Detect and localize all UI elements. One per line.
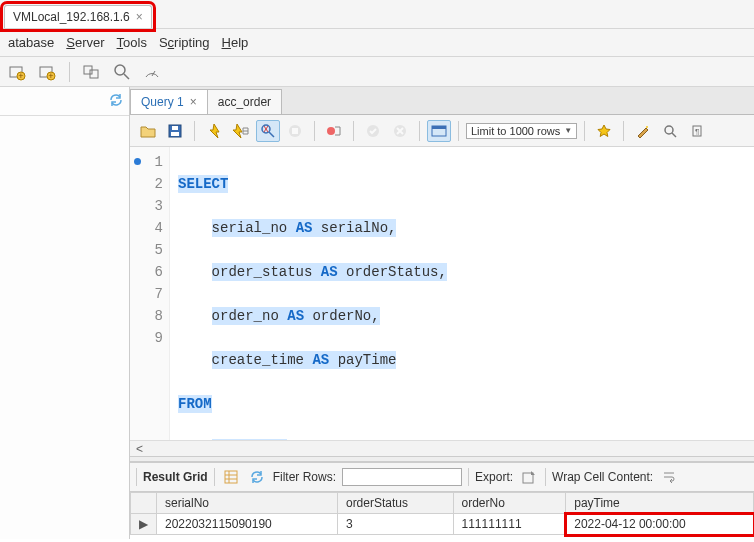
svg-point-19 [327, 127, 335, 135]
tab-query1[interactable]: Query 1 × [130, 89, 208, 114]
commit-icon[interactable] [361, 120, 385, 142]
export-label: Export: [475, 470, 513, 484]
svg-rect-12 [171, 132, 179, 136]
line-gutter: 1 2 3 4 5 6 7 8 9 [130, 147, 170, 440]
svg-line-9 [124, 74, 129, 79]
menu-server[interactable]: Server [66, 35, 104, 50]
export-icon[interactable] [519, 468, 539, 486]
svg-text:¶: ¶ [695, 127, 699, 136]
limit-rows-text: Limit to 1000 rows [471, 125, 560, 137]
result-grid[interactable]: serialNo orderStatus orderNo payTime ▶ 2… [130, 492, 754, 539]
connection-tab-label: VMLocal_192.168.1.6 [13, 10, 130, 24]
toggle-invisible-icon[interactable]: ¶ [685, 120, 709, 142]
menu-scripting[interactable]: Scripting [159, 35, 210, 50]
find-icon[interactable] [658, 120, 682, 142]
kw-from: FROM [178, 396, 212, 412]
filter-rows-input[interactable] [342, 468, 462, 486]
tab-label: Query 1 [141, 95, 184, 109]
open-file-icon[interactable] [136, 120, 160, 142]
save-icon[interactable] [163, 120, 187, 142]
svg-rect-18 [292, 128, 298, 134]
new-sql-tab-icon[interactable]: + [6, 61, 28, 83]
main-toolbar: + + [0, 57, 754, 87]
close-icon[interactable]: × [190, 95, 197, 109]
svg-line-26 [672, 133, 676, 137]
beautify-icon[interactable] [631, 120, 655, 142]
menu-help[interactable]: Help [222, 35, 249, 50]
tab-label: acc_order [218, 95, 271, 109]
explain-icon[interactable] [256, 120, 280, 142]
no-limit-icon[interactable] [322, 120, 346, 142]
svg-rect-13 [172, 126, 178, 130]
svg-point-24 [646, 126, 648, 128]
cell-paytime[interactable]: 2022-04-12 00:00:00 [566, 514, 754, 535]
close-icon[interactable]: × [136, 10, 143, 24]
connection-tab-bar: VMLocal_192.168.1.6 × [0, 0, 754, 28]
cell-orderno[interactable]: 111111111 [453, 514, 566, 535]
toggle-autocommit-icon[interactable] [427, 120, 451, 142]
table-header-row: serialNo orderStatus orderNo payTime [131, 493, 754, 514]
stop-icon[interactable] [283, 120, 307, 142]
result-grid-label: Result Grid [143, 470, 208, 484]
schema-sidebar [0, 87, 130, 539]
rollback-icon[interactable] [388, 120, 412, 142]
refresh-icon[interactable] [247, 468, 267, 486]
favorite-icon[interactable] [592, 120, 616, 142]
separator [314, 121, 315, 141]
separator [353, 121, 354, 141]
result-toolbar: Result Grid Filter Rows: Export: Wrap Ce… [130, 462, 754, 492]
separator [69, 62, 70, 82]
col-serialno[interactable]: serialNo [157, 493, 338, 514]
table-row[interactable]: ▶ 2022032115090190 3 111111111 2022-04-1… [131, 514, 754, 535]
horizontal-scrollbar[interactable]: < [130, 440, 754, 456]
query-tab-bar: Query 1 × acc_order [130, 87, 754, 115]
col-orderstatus[interactable]: orderStatus [337, 493, 453, 514]
col-orderno[interactable]: orderNo [453, 493, 566, 514]
kw-select: SELECT [178, 176, 228, 192]
wrap-cell-label: Wrap Cell Content: [552, 470, 653, 484]
svg-line-16 [269, 132, 274, 137]
execute-current-icon[interactable] [229, 120, 253, 142]
separator [419, 121, 420, 141]
separator [194, 121, 195, 141]
filter-rows-label: Filter Rows: [273, 470, 336, 484]
row-header-blank [131, 493, 157, 514]
menu-bar: atabase Server Tools Scripting Help [0, 28, 754, 57]
separator [458, 121, 459, 141]
tab-acc-order[interactable]: acc_order [207, 89, 282, 114]
new-schema-icon[interactable]: + [36, 61, 58, 83]
svg-text:+: + [48, 71, 53, 81]
svg-point-8 [115, 65, 125, 75]
svg-rect-29 [225, 471, 237, 483]
search-icon[interactable] [111, 61, 133, 83]
limit-rows-dropdown[interactable]: Limit to 1000 rows ▼ [466, 123, 577, 139]
separator [623, 121, 624, 141]
chevron-down-icon: ▼ [564, 126, 572, 135]
row-marker-icon: ▶ [131, 514, 157, 535]
svg-point-25 [665, 126, 673, 134]
menu-tools[interactable]: Tools [117, 35, 147, 50]
svg-text:+: + [18, 71, 23, 81]
cell-serialno[interactable]: 2022032115090190 [157, 514, 338, 535]
sync-icon[interactable] [109, 93, 123, 110]
svg-rect-23 [432, 126, 446, 129]
wrap-cell-icon[interactable] [659, 468, 679, 486]
execute-icon[interactable] [202, 120, 226, 142]
sql-editor[interactable]: 1 2 3 4 5 6 7 8 9 SELECT serial_no AS se… [130, 147, 754, 440]
cell-orderstatus[interactable]: 3 [337, 514, 453, 535]
menu-database[interactable]: atabase [8, 35, 54, 50]
sql-code[interactable]: SELECT serial_no AS serialNo, order_stat… [170, 147, 456, 440]
inspector-icon[interactable] [81, 61, 103, 83]
result-grid-view-icon[interactable] [221, 468, 241, 486]
col-paytime[interactable]: payTime [566, 493, 754, 514]
connection-tab[interactable]: VMLocal_192.168.1.6 × [4, 5, 152, 28]
dashboard-icon[interactable] [141, 61, 163, 83]
editor-toolbar: Limit to 1000 rows ▼ ¶ [130, 115, 754, 147]
separator [584, 121, 585, 141]
